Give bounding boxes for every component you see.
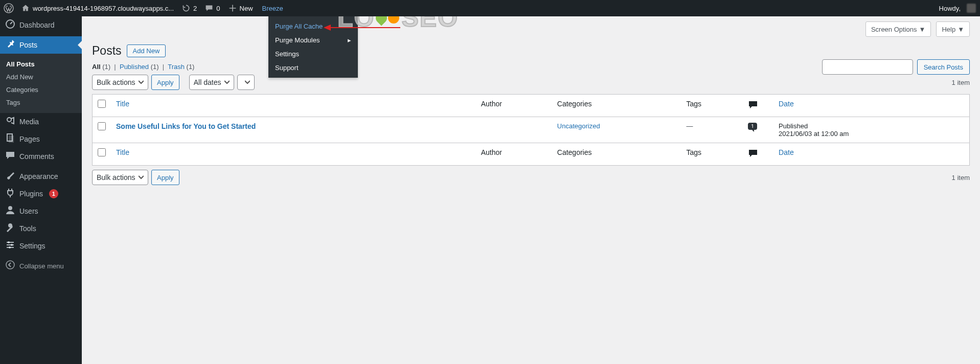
col-title[interactable]: Title — [116, 100, 129, 108]
collapse-icon — [5, 260, 15, 272]
submenu-add-new[interactable]: Add New — [0, 71, 82, 83]
col-date[interactable]: Date — [779, 148, 794, 156]
sidebar-label: Pages — [19, 135, 40, 143]
svg-point-10 — [9, 246, 11, 248]
filter-all-count: (1) — [102, 63, 110, 71]
screen-options-button[interactable]: Screen Options ▼ — [865, 21, 931, 37]
col-date[interactable]: Date — [779, 100, 794, 108]
col-tags: Tags — [686, 100, 701, 108]
sidebar-label: Media — [19, 118, 39, 126]
site-name-link[interactable]: wordpress-419414-1968957.cloudwaysapps.c… — [17, 0, 178, 16]
admin-sidebar: Dashboard Posts All Posts Add New Catego… — [0, 16, 82, 364]
table-header-row: Title Author Categories Tags Date — [93, 95, 969, 117]
comment-icon — [205, 4, 213, 12]
sidebar-label: Plugins — [19, 190, 43, 198]
sidebar-label: Settings — [19, 242, 45, 250]
pin-icon — [5, 39, 15, 52]
sidebar-item-pages[interactable]: Pages — [0, 130, 82, 148]
date-filter-select[interactable]: All dates — [189, 75, 234, 90]
new-label: New — [240, 5, 253, 12]
svg-point-7 — [8, 206, 12, 210]
col-author: Author — [481, 148, 502, 156]
comment-icon — [5, 150, 15, 163]
col-tags: Tags — [686, 148, 701, 156]
comment-column-icon[interactable] — [748, 148, 758, 158]
help-button[interactable]: Help ▼ — [936, 21, 970, 37]
chevron-down-icon: ▼ — [958, 26, 964, 33]
sidebar-item-tools[interactable]: Tools — [0, 220, 82, 237]
media-icon — [5, 116, 15, 128]
sidebar-label: Posts — [19, 41, 37, 49]
collapse-menu-button[interactable]: Collapse menu — [0, 257, 82, 275]
filter-published[interactable]: Published — [120, 63, 149, 71]
col-categories: Categories — [557, 148, 592, 156]
sidebar-item-appearance[interactable]: Appearance — [0, 168, 82, 185]
site-name-text: wordpress-419414-1968957.cloudwaysapps.c… — [33, 5, 174, 12]
sidebar-item-users[interactable]: Users — [0, 202, 82, 220]
new-content-link[interactable]: New — [224, 0, 257, 16]
plugins-update-badge: 1 — [49, 189, 58, 198]
posts-table: Title Author Categories Tags Date Some U… — [92, 94, 970, 166]
dashboard-icon — [5, 19, 15, 32]
sidebar-label: Tools — [19, 224, 36, 233]
my-account-link[interactable]: Howdy, — [935, 0, 980, 16]
sidebar-item-media[interactable]: Media — [0, 113, 82, 130]
submenu-all-posts[interactable]: All Posts — [0, 58, 82, 71]
filter-published-count: (1) — [151, 63, 159, 71]
svg-point-11 — [6, 261, 14, 269]
sidebar-item-dashboard[interactable]: Dashboard — [0, 16, 82, 34]
bulk-actions-select[interactable]: Bulk actions — [92, 75, 148, 90]
select-all-checkbox-bottom[interactable] — [98, 148, 106, 156]
col-author: Author — [481, 100, 502, 108]
post-category-link[interactable]: Uncategorized — [557, 122, 600, 130]
search-posts-button[interactable]: Search Posts — [917, 59, 970, 75]
screen-options-label: Screen Options — [871, 26, 917, 33]
wordpress-icon — [4, 3, 14, 13]
category-filter-select[interactable]: Al — [237, 75, 255, 90]
page-title: Posts — [92, 44, 122, 58]
updates-link[interactable]: 2 — [178, 0, 201, 16]
sidebar-label: Dashboard — [19, 21, 55, 29]
home-icon — [21, 4, 30, 12]
howdy-text: Howdy, — [939, 5, 961, 12]
item-count-bottom: 1 item — [952, 174, 970, 181]
plug-icon — [5, 188, 15, 200]
item-count-top: 1 item — [952, 79, 970, 86]
svg-point-8 — [8, 241, 10, 243]
submenu-tags[interactable]: Tags — [0, 96, 82, 109]
post-title-link[interactable]: Some Useful Links for You to Get Started — [116, 122, 256, 130]
bulk-actions-select-bottom[interactable]: Bulk actions — [92, 170, 148, 185]
sidebar-label: Comments — [19, 152, 54, 161]
add-new-button[interactable]: Add New — [127, 44, 166, 57]
breeze-menu-trigger[interactable]: Breeze — [257, 0, 288, 16]
user-icon — [5, 205, 15, 218]
row-checkbox[interactable] — [98, 122, 106, 130]
sliders-icon — [5, 240, 15, 253]
filter-trash[interactable]: Trash — [168, 63, 185, 71]
wordpress-logo[interactable] — [0, 0, 17, 16]
sidebar-item-comments[interactable]: Comments — [0, 148, 82, 165]
col-title[interactable]: Title — [116, 148, 129, 156]
filter-all-label[interactable]: All — [92, 63, 101, 71]
search-input[interactable] — [822, 59, 913, 75]
sidebar-label: Users — [19, 207, 38, 215]
select-all-checkbox[interactable] — [98, 100, 106, 108]
sidebar-item-posts[interactable]: Posts — [0, 36, 82, 54]
comment-column-icon[interactable] — [748, 100, 758, 110]
sidebar-label: Appearance — [19, 172, 58, 180]
updates-count: 2 — [193, 5, 197, 12]
post-date-status: Published — [779, 122, 964, 130]
sidebar-item-plugins[interactable]: Plugins 1 — [0, 185, 82, 202]
table-footer-row: Title Author Categories Tags Date — [93, 143, 969, 165]
col-categories: Categories — [557, 100, 592, 108]
comments-link[interactable]: 0 — [201, 0, 224, 16]
apply-bulk-button[interactable]: Apply — [151, 75, 179, 90]
comments-count: 0 — [216, 5, 220, 12]
breeze-label: Breeze — [262, 5, 283, 12]
sidebar-item-settings[interactable]: Settings — [0, 237, 82, 255]
admin-toolbar: wordpress-419414-1968957.cloudwaysapps.c… — [0, 0, 980, 16]
post-comment-count[interactable]: 1 — [748, 123, 757, 130]
refresh-icon — [182, 4, 190, 12]
apply-bulk-button-bottom[interactable]: Apply — [151, 170, 179, 185]
submenu-categories[interactable]: Categories — [0, 83, 82, 96]
